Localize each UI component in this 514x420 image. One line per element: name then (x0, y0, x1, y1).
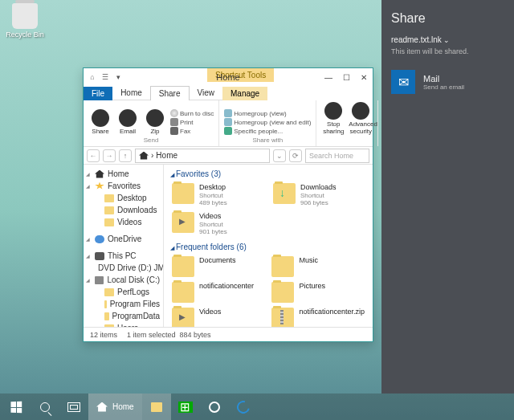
taskbar-app-cortana[interactable] (200, 393, 229, 420)
item-name: Pictures (299, 282, 325, 291)
stop-sharing-button[interactable]: Stop sharing (321, 102, 345, 135)
item-name: Documents (199, 256, 236, 265)
folder-icon (172, 212, 194, 233)
file-item[interactable]: notificationcenter (170, 280, 263, 304)
tab-share[interactable]: Share (150, 86, 190, 100)
sidebar-item-desktop[interactable]: Desktop (84, 192, 163, 204)
sidebar-item-home[interactable]: Home (84, 168, 163, 180)
status-selection: 1 item selected 884 bytes (127, 331, 211, 339)
cortana-icon (209, 402, 220, 413)
qat-newfolder-icon[interactable]: ▾ (112, 71, 124, 83)
share-title: Share (391, 11, 504, 26)
sidebar-item-localc[interactable]: Local Disk (C:) (84, 274, 163, 286)
search-input[interactable]: Search Home (305, 149, 369, 163)
folder-icon (271, 308, 294, 327)
item-name: Desktop (199, 183, 227, 192)
item-name: Downloads (300, 183, 337, 192)
sidebar-item-downloads[interactable]: Downloads (84, 204, 163, 216)
share-charm-panel: Share readme.txt.lnk This item will be s… (381, 0, 514, 393)
taskbar-app-store[interactable]: ⊞ (171, 393, 200, 420)
taskbar-app-edge[interactable] (229, 393, 258, 420)
share-button[interactable]: Share (88, 109, 112, 135)
share-app-sub: Send an email (423, 84, 464, 91)
share-app-name: Mail (423, 74, 464, 84)
home-icon (139, 152, 149, 160)
tab-file[interactable]: File (84, 87, 112, 100)
burn-button[interactable]: Burn to disc (170, 109, 214, 117)
tab-home[interactable]: Home (112, 86, 150, 100)
sidebar-item-perflogs[interactable]: PerfLogs (84, 286, 163, 298)
homegroup-edit-button[interactable]: Homegroup (view and edit) (224, 118, 311, 126)
folder-icon (172, 308, 194, 327)
titlebar[interactable]: ⌂ ☰ ▾ Shortcut Tools Home — ☐ ✕ (84, 68, 373, 86)
taskbar-app-home[interactable]: Home (88, 393, 142, 420)
sidebar-item-onedrive[interactable]: OneDrive (84, 233, 163, 245)
system-menu-icon[interactable]: ⌂ (87, 71, 98, 83)
specific-people-button[interactable]: Specific people... (224, 127, 311, 135)
refresh-button[interactable]: ⟳ (289, 149, 302, 162)
taskbar: Home ⊞ (0, 393, 514, 420)
back-button[interactable]: ← (87, 149, 100, 162)
section-frequent[interactable]: Frequent folders (6) (170, 243, 366, 251)
search-button[interactable] (31, 393, 59, 420)
tab-view[interactable]: View (190, 86, 223, 100)
print-button[interactable]: Print (170, 118, 214, 126)
email-button[interactable]: Email (116, 109, 140, 135)
tab-manage[interactable]: Manage (222, 87, 267, 100)
recycle-bin-icon (12, 3, 38, 29)
sidebar-item-favorites[interactable]: Favorites (84, 180, 163, 192)
item-name: notificationcenter (199, 282, 254, 291)
zip-button[interactable]: Zip (143, 109, 167, 135)
status-count: 12 items (90, 331, 117, 339)
share-target-mail[interactable]: ✉ Mail Send an email (391, 70, 504, 94)
close-button[interactable]: ✕ (355, 70, 373, 84)
file-item[interactable]: notificationcenter.zip (270, 306, 366, 327)
window-title: Home (216, 72, 239, 82)
folder-icon (172, 282, 194, 303)
breadcrumb[interactable]: ›Home (135, 149, 270, 163)
file-item[interactable]: DownloadsShortcut906 bytes (271, 181, 366, 209)
folder-icon (151, 402, 162, 412)
file-item[interactable]: Music (270, 255, 366, 279)
group-sharewith-label: Share with (224, 137, 311, 144)
file-item[interactable]: DesktopShortcut489 bytes (170, 181, 265, 209)
edge-icon (235, 398, 252, 416)
advanced-security-button[interactable]: Advanced security (349, 102, 373, 135)
folder-icon (172, 256, 194, 277)
up-button[interactable]: ↑ (119, 149, 132, 162)
sidebar-item-users[interactable]: Users (84, 322, 163, 327)
group-send-label: Send (88, 137, 214, 144)
status-bar: 12 items 1 item selected 884 bytes (84, 327, 373, 341)
sidebar-item-programfiles[interactable]: Program Files (84, 298, 163, 310)
maximize-button[interactable]: ☐ (337, 70, 355, 84)
minimize-button[interactable]: — (320, 70, 337, 84)
share-file-selector[interactable]: readme.txt.lnk (391, 35, 504, 44)
file-item[interactable]: VideosShortcut901 bytes (170, 210, 265, 238)
sidebar-item-thispc[interactable]: This PC (84, 250, 163, 262)
item-name: Videos (199, 308, 221, 316)
sidebar-item-programdata[interactable]: ProgramData (84, 310, 163, 322)
file-item[interactable]: Documents (170, 255, 263, 279)
qat-properties-icon[interactable]: ☰ (100, 71, 111, 83)
sidebar-item-videos[interactable]: Videos (84, 216, 163, 228)
file-item[interactable]: Pictures (270, 280, 366, 304)
content-pane[interactable]: Favorites (3) DesktopShortcut489 bytesDo… (164, 165, 373, 327)
taskview-button[interactable] (59, 393, 88, 420)
history-dropdown[interactable]: ⌄ (273, 149, 286, 162)
ribbon-tabs: File Home Share View Manage (84, 86, 373, 100)
home-icon (96, 402, 108, 412)
fax-button[interactable]: Fax (170, 127, 214, 135)
nav-tree[interactable]: Home Favorites Desktop Downloads Videos … (84, 165, 164, 327)
taskbar-app-explorer[interactable] (142, 393, 171, 420)
sidebar-item-dvd[interactable]: DVD Drive (D:) JM (84, 262, 163, 274)
homegroup-view-button[interactable]: Homegroup (view) (224, 109, 311, 117)
file-item[interactable]: Videos (170, 306, 263, 327)
recycle-bin[interactable]: Recycle Bin (5, 3, 45, 39)
store-icon: ⊞ (178, 402, 193, 413)
folder-icon (271, 282, 294, 303)
section-favorites[interactable]: Favorites (3) (170, 169, 366, 178)
item-name: notificationcenter.zip (299, 308, 365, 316)
forward-button[interactable]: → (103, 149, 116, 162)
item-name: Videos (199, 212, 227, 221)
start-button[interactable] (2, 393, 31, 420)
